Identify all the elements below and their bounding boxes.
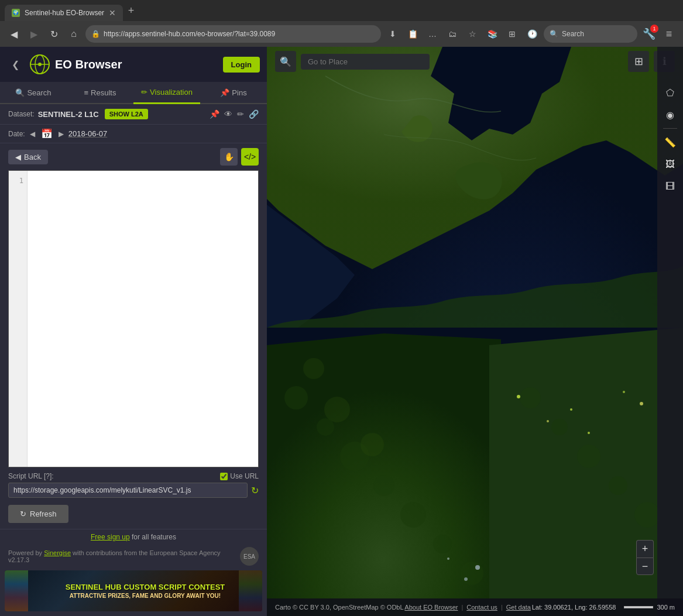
dataset-label: Dataset: xyxy=(8,110,35,118)
tab-favicon: 🌍 xyxy=(12,9,20,17)
search-tab-icon: 🔍 xyxy=(15,88,25,97)
svg-point-24 xyxy=(588,432,590,434)
banner-content: SENTINEL HUB CUSTOM SCRIPT CONTEST ATTRA… xyxy=(37,583,230,599)
tab-search[interactable]: 🔍 Search xyxy=(0,82,67,103)
svg-point-10 xyxy=(400,502,426,528)
banner-decoration xyxy=(5,570,28,611)
svg-point-26 xyxy=(640,402,643,405)
tab-visualization[interactable]: ✏ Visualization xyxy=(133,82,200,104)
results-tab-label: Results xyxy=(91,88,116,97)
active-tab[interactable]: 🌍 Sentinel-hub EO-Browser ✕ xyxy=(5,5,123,21)
refresh-url-button[interactable]: ↻ xyxy=(251,485,259,496)
tab-bar: 🌍 Sentinel-hub EO-Browser ✕ + xyxy=(0,0,683,21)
code-view-button[interactable]: </> xyxy=(241,148,259,166)
tab-close-icon[interactable]: ✕ xyxy=(109,8,116,18)
free-signup-link[interactable]: Free sign up xyxy=(91,533,130,541)
map-search-input[interactable] xyxy=(301,54,430,70)
script-url-input[interactable] xyxy=(8,483,248,498)
get-data-link[interactable]: Get data xyxy=(506,604,531,611)
back-nav-button[interactable]: ◀ xyxy=(6,26,22,42)
reader-mode-button[interactable]: 📋 xyxy=(404,26,421,42)
ruler-tool-button[interactable]: 📏 xyxy=(660,132,681,153)
forward-nav-button[interactable]: ▶ xyxy=(26,26,42,42)
script-url-label: Script URL [?]: xyxy=(8,472,54,480)
ff-menu-button[interactable]: ≡ xyxy=(661,26,677,42)
pentagon-tool-button[interactable]: ⬠ xyxy=(660,82,681,103)
downloads-button[interactable]: ⬇ xyxy=(385,26,401,42)
dataset-action-icons: 📌 👁 ✏ 🔗 xyxy=(210,109,259,119)
tab-results[interactable]: ≡ Results xyxy=(67,82,133,103)
back-button[interactable]: ◀ Back xyxy=(8,150,48,164)
bookmark-button[interactable]: ☆ xyxy=(464,26,480,42)
use-url-checkbox[interactable] xyxy=(220,473,228,480)
extensions-button[interactable]: 🔧 1 xyxy=(641,26,657,42)
zoom-out-icon: − xyxy=(642,560,648,573)
script-url-section: Script URL [?]: Use URL ↻ xyxy=(0,472,267,503)
zoom-out-button[interactable]: − xyxy=(636,558,654,575)
new-tab-button[interactable]: + xyxy=(123,2,139,19)
pocket-button[interactable]: 🗂 xyxy=(444,26,461,42)
lat-lng-text: Lat: 39.00621, Lng: 26.59558 xyxy=(532,604,616,611)
code-content-area[interactable] xyxy=(28,171,258,467)
map-search-button[interactable]: 🔍 xyxy=(275,51,296,72)
map-top-bar: 🔍 ⊞ ℹ xyxy=(267,47,683,76)
url-text: https://apps.sentinel-hub.com/eo-browser… xyxy=(104,30,375,38)
map-attribution: Carto © CC BY 3.0, OpenStreetMap © ODbL xyxy=(275,604,404,611)
svg-point-12 xyxy=(460,562,483,585)
banner-sub-text: ATTRACTIVE PRIZES, FAME AND GLORY AWAIT … xyxy=(66,593,225,599)
date-prev-button[interactable]: ◀ xyxy=(29,130,36,138)
contact-link[interactable]: Contact us xyxy=(466,604,497,611)
pins-tab-label: Pins xyxy=(232,88,246,97)
container-button[interactable]: ⊞ xyxy=(504,26,520,42)
library-button[interactable]: 📚 xyxy=(484,26,500,42)
url-bar[interactable]: 🔒 https://apps.sentinel-hub.com/eo-brows… xyxy=(85,25,381,43)
timelapse-tool-button[interactable]: 🎞 xyxy=(660,176,681,197)
map-layers-button[interactable]: ⊞ xyxy=(628,51,649,72)
date-next-button[interactable]: ▶ xyxy=(57,130,65,138)
back-arrow-icon: ◀ xyxy=(15,153,21,161)
screenshot-tool-button[interactable]: 🖼 xyxy=(660,154,681,175)
collapse-icon: ❮ xyxy=(12,59,19,70)
home-button[interactable]: ⌂ xyxy=(66,26,82,42)
date-calendar-button[interactable]: 📅 xyxy=(40,128,54,139)
show-l2a-button[interactable]: SHOW L2A xyxy=(105,109,148,119)
visualization-tab-label: Visualization xyxy=(150,88,193,97)
copy-code-button[interactable]: ✋ xyxy=(220,148,238,166)
browser-search-box[interactable]: 🔍 Search xyxy=(544,25,637,43)
svg-point-23 xyxy=(547,420,549,422)
contest-banner[interactable]: SENTINEL HUB CUSTOM SCRIPT CONTEST ATTRA… xyxy=(5,570,262,611)
script-url-header: Script URL [?]: Use URL xyxy=(8,472,259,480)
refresh-button[interactable]: ↻ Refresh xyxy=(8,505,68,523)
collapse-sidebar-button[interactable]: ❮ xyxy=(7,56,23,73)
share-icon[interactable]: 🔗 xyxy=(249,109,259,119)
use-url-label: Use URL xyxy=(230,472,259,480)
login-button[interactable]: Login xyxy=(223,57,260,73)
location-tool-button[interactable]: ◉ xyxy=(660,104,681,125)
browser-search-label: Search xyxy=(562,30,584,38)
script-url-input-row: ↻ xyxy=(8,483,259,498)
edit-icon[interactable]: ✏ xyxy=(237,109,244,119)
svg-point-15 xyxy=(361,433,384,456)
more-options-button[interactable]: … xyxy=(424,26,441,42)
sinergise-link[interactable]: Sinergise xyxy=(44,549,71,556)
banner-main-text: SENTINEL HUB CUSTOM SCRIPT CONTEST xyxy=(66,583,225,593)
lock-icon: 🔒 xyxy=(91,30,100,38)
history-button[interactable]: 🕐 xyxy=(524,26,540,42)
sidebar-panel: ❮ EO Browser Login 🔍 Search ≡ xyxy=(0,47,267,616)
code-area: ◀ Back ✋ </> 1 xyxy=(0,143,267,472)
svg-point-13 xyxy=(303,358,324,379)
location-icon: ◉ xyxy=(666,109,674,121)
about-link[interactable]: About EO Browser xyxy=(404,604,458,611)
tab-pins[interactable]: 📌 Pins xyxy=(200,82,267,103)
code-editor[interactable]: 1 xyxy=(8,170,259,467)
line-numbers: 1 xyxy=(9,171,28,467)
eye-icon[interactable]: 👁 xyxy=(224,109,232,119)
ff-extensions-area: 🔧 1 xyxy=(641,26,657,42)
map-area[interactable]: 🔍 ⊞ ℹ ⬠ ◉ 📏 🖼 xyxy=(267,47,683,616)
zoom-in-button[interactable]: + xyxy=(636,540,654,558)
zoom-in-icon: + xyxy=(642,543,648,555)
pin-dataset-icon[interactable]: 📌 xyxy=(210,109,219,119)
reload-button[interactable]: ↻ xyxy=(46,26,62,42)
code-toolbar: ◀ Back ✋ </> xyxy=(8,148,259,166)
zoom-controls: + − xyxy=(636,540,654,575)
